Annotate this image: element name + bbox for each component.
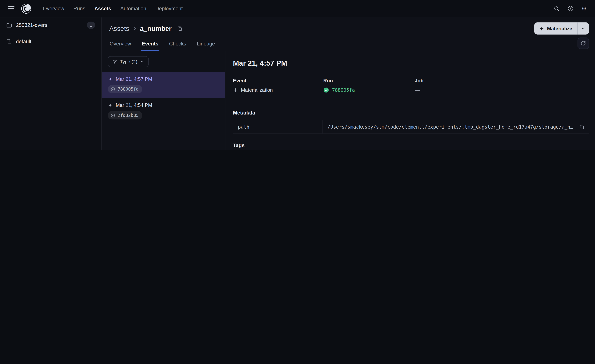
nav-runs[interactable]: Runs: [69, 3, 89, 14]
chevron-down-icon: [581, 26, 586, 31]
breadcrumb: Assets a_number: [109, 25, 183, 33]
run-id-chip: 788005fa: [108, 85, 142, 93]
sidebar-group-label: 250321-dvers: [16, 22, 47, 28]
settings-button[interactable]: ⚙: [578, 3, 590, 14]
event-column: Event Materialization: [233, 78, 323, 93]
job-label: Job: [415, 78, 589, 84]
sidebar-group-count-badge: 1: [87, 21, 95, 29]
materialization-icon: [108, 103, 113, 108]
filter-icon: [112, 59, 117, 64]
event-label: Event: [233, 78, 323, 84]
copy-asset-name-button[interactable]: [177, 26, 183, 31]
nav-overview[interactable]: Overview: [39, 3, 69, 14]
chevron-right-icon: [132, 26, 137, 31]
events-list-panel: Type (2) Mar 21, 4:57 PM: [102, 51, 226, 150]
tab-events[interactable]: Events: [141, 37, 159, 51]
metadata-key: path: [234, 120, 323, 133]
asset-sidebar: 250321-dvers 1 default 250321-dvers: [0, 17, 102, 150]
materialize-button[interactable]: Materialize: [534, 22, 577, 35]
run-id-chip: 2fd32b85: [108, 111, 142, 119]
sparkle-icon: [539, 26, 544, 31]
tab-lineage[interactable]: Lineage: [196, 37, 215, 51]
copy-icon: [579, 124, 584, 130]
tags-heading: Tags: [233, 143, 589, 148]
event-list-item[interactable]: Mar 21, 4:57 PM 788005fa: [102, 72, 225, 98]
copy-icon: [177, 26, 183, 31]
top-nav-actions: ⚙: [551, 3, 590, 14]
asset-name: a_number: [140, 25, 172, 33]
table-row: path /Users/smackesey/stm/code/elementl/…: [234, 120, 589, 133]
event-list-item[interactable]: Mar 21, 4:54 PM 2fd32b85: [102, 98, 225, 124]
materialization-icon: [108, 77, 113, 82]
sidebar-item-default[interactable]: default: [0, 34, 101, 49]
event-detail-title: Mar 21, 4:57 PM: [233, 59, 589, 68]
chevron-down-icon: [140, 60, 144, 64]
event-type-value: Materialization: [241, 87, 273, 93]
main-nav-links: Overview Runs Assets Automation Deployme…: [39, 3, 187, 14]
materialize-dropdown-button[interactable]: [577, 22, 589, 35]
dagster-logo-icon: [21, 3, 32, 14]
copy-path-button[interactable]: [579, 124, 584, 130]
run-status-icon: [110, 87, 115, 92]
materialization-icon: [233, 88, 238, 93]
run-id: 788005fa: [118, 86, 139, 92]
type-filter-label: Type (2): [120, 59, 137, 64]
nav-automation[interactable]: Automation: [116, 3, 150, 14]
tab-checks[interactable]: Checks: [169, 37, 186, 51]
asset-group-icon: [6, 38, 12, 44]
asset-header: Assets a_number: [102, 17, 595, 38]
tab-overview[interactable]: Overview: [109, 37, 131, 51]
main-panel: Assets a_number: [102, 17, 595, 150]
event-summary-columns: Event Materialization Run: [233, 78, 589, 93]
materialize-button-label: Materialize: [547, 26, 572, 31]
help-button[interactable]: [565, 3, 576, 14]
run-status-icon: [110, 113, 115, 118]
help-icon: [567, 5, 574, 12]
type-filter-button[interactable]: Type (2): [108, 56, 149, 67]
nav-assets[interactable]: Assets: [90, 3, 115, 14]
search-icon: [553, 6, 560, 12]
event-timestamp: Mar 21, 4:57 PM: [116, 76, 152, 82]
hamburger-menu-icon[interactable]: [5, 3, 17, 14]
sidebar-item-group-250321-dvers[interactable]: 250321-dvers 1: [0, 17, 101, 34]
asset-tabs: Overview Events Checks Lineage: [102, 37, 595, 51]
nav-deployment[interactable]: Deployment: [151, 3, 187, 14]
event-detail-panel: Mar 21, 4:57 PM Event Materialization: [226, 51, 595, 150]
metadata-table: path /Users/smackesey/stm/code/elementl/…: [233, 120, 589, 134]
gear-icon: ⚙: [581, 6, 587, 12]
refresh-icon: [581, 41, 586, 46]
materialize-split-button: Materialize: [534, 22, 589, 35]
metadata-heading: Metadata: [233, 110, 589, 116]
search-button[interactable]: [551, 3, 562, 14]
breadcrumb-assets-link[interactable]: Assets: [109, 25, 129, 33]
sidebar-default-label: default: [16, 38, 31, 44]
folder-icon: [6, 22, 12, 28]
job-value: —: [415, 87, 420, 93]
metadata-path-link[interactable]: /Users/smackesey/stm/code/elementl/exper…: [327, 124, 574, 130]
app-window: Overview Runs Assets Automation Deployme…: [0, 0, 595, 150]
run-id: 2fd32b85: [118, 113, 139, 118]
run-label: Run: [323, 78, 415, 84]
refresh-button[interactable]: [577, 37, 589, 49]
job-column: Job —: [415, 78, 589, 93]
success-check-icon: [323, 87, 329, 93]
event-timestamp: Mar 21, 4:54 PM: [116, 102, 152, 108]
top-nav: Overview Runs Assets Automation Deployme…: [0, 0, 595, 17]
run-column: Run 788005fa: [323, 78, 415, 93]
dagster-logo[interactable]: [21, 3, 32, 14]
section-divider: [233, 101, 589, 101]
run-id-link[interactable]: 788005fa: [332, 87, 355, 93]
